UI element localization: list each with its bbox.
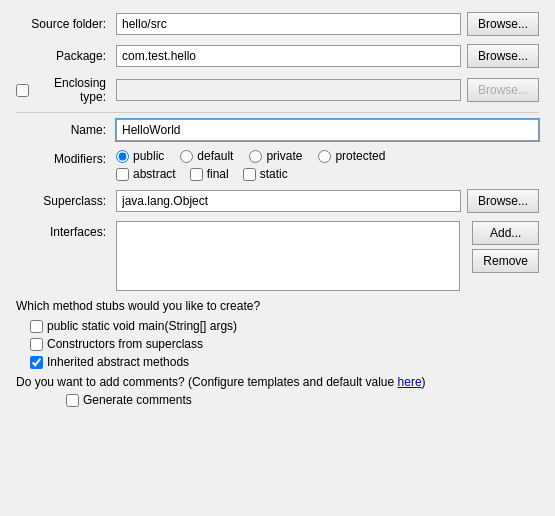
generate-comments-label[interactable]: Generate comments bbox=[66, 393, 539, 407]
generate-comments-checkbox[interactable] bbox=[66, 394, 79, 407]
interfaces-buttons: Add... Remove bbox=[472, 221, 539, 273]
interfaces-textarea[interactable] bbox=[116, 221, 460, 291]
stub-constructors-checkbox[interactable] bbox=[30, 338, 43, 351]
source-folder-label: Source folder: bbox=[16, 17, 116, 31]
static-label: static bbox=[260, 167, 288, 181]
enclosing-type-label-text: Enclosing type: bbox=[33, 76, 106, 104]
default-radio[interactable] bbox=[180, 150, 193, 163]
source-folder-browse-button[interactable]: Browse... bbox=[467, 12, 539, 36]
interfaces-remove-button[interactable]: Remove bbox=[472, 249, 539, 273]
modifiers-row: Modifiers: public default private bbox=[16, 149, 539, 181]
stub-inherited-text: Inherited abstract methods bbox=[47, 355, 189, 369]
name-input[interactable] bbox=[116, 119, 539, 141]
new-class-dialog: Source folder: Browse... Package: Browse… bbox=[0, 0, 555, 516]
name-label: Name: bbox=[16, 123, 116, 137]
generate-comments-row: Generate comments bbox=[66, 393, 539, 407]
stubs-question: Which method stubs would you like to cre… bbox=[16, 299, 539, 313]
comments-question: Do you want to add comments? (Configure … bbox=[16, 375, 398, 389]
abstract-label: abstract bbox=[133, 167, 176, 181]
public-label: public bbox=[133, 149, 164, 163]
package-field: Browse... bbox=[116, 44, 539, 68]
static-checkbox[interactable] bbox=[243, 168, 256, 181]
package-browse-button[interactable]: Browse... bbox=[467, 44, 539, 68]
visibility-radio-group: public default private protected bbox=[116, 149, 385, 163]
stub-inherited-label[interactable]: Inherited abstract methods bbox=[30, 355, 539, 369]
private-label: private bbox=[266, 149, 302, 163]
stub-main-label[interactable]: public static void main(String[] args) bbox=[30, 319, 539, 333]
enclosing-type-browse-button[interactable]: Browse... bbox=[467, 78, 539, 102]
comments-link-end: ) bbox=[422, 375, 426, 389]
interfaces-field: Add... Remove bbox=[116, 221, 539, 291]
enclosing-type-row: Enclosing type: Browse... bbox=[16, 76, 539, 104]
protected-label: protected bbox=[335, 149, 385, 163]
abstract-checkbox-label[interactable]: abstract bbox=[116, 167, 176, 181]
abstract-checkbox[interactable] bbox=[116, 168, 129, 181]
package-input[interactable] bbox=[116, 45, 461, 67]
enclosing-type-checkbox[interactable] bbox=[16, 84, 29, 97]
superclass-row: Superclass: Browse... bbox=[16, 189, 539, 213]
modifiers-field: public default private protected bbox=[116, 149, 539, 181]
enclosing-type-field: Browse... bbox=[116, 78, 539, 102]
superclass-browse-button[interactable]: Browse... bbox=[467, 189, 539, 213]
stub-main-checkbox[interactable] bbox=[30, 320, 43, 333]
comments-section: Do you want to add comments? (Configure … bbox=[16, 375, 539, 407]
enclosing-type-label: Enclosing type: bbox=[16, 76, 116, 104]
protected-radio[interactable] bbox=[318, 150, 331, 163]
source-folder-row: Source folder: Browse... bbox=[16, 12, 539, 36]
superclass-label: Superclass: bbox=[16, 194, 116, 208]
stub-constructors-text: Constructors from superclass bbox=[47, 337, 203, 351]
interfaces-row: Interfaces: Add... Remove bbox=[16, 221, 539, 291]
generate-comments-text: Generate comments bbox=[83, 393, 192, 407]
divider1 bbox=[16, 112, 539, 113]
package-label: Package: bbox=[16, 49, 116, 63]
protected-radio-label[interactable]: protected bbox=[318, 149, 385, 163]
interfaces-add-button[interactable]: Add... bbox=[472, 221, 539, 245]
superclass-input[interactable] bbox=[116, 190, 461, 212]
enclosing-type-input[interactable] bbox=[116, 79, 461, 101]
public-radio[interactable] bbox=[116, 150, 129, 163]
name-row: Name: bbox=[16, 119, 539, 141]
extra-modifiers-group: abstract final static bbox=[116, 167, 385, 181]
stub-inherited-checkbox[interactable] bbox=[30, 356, 43, 369]
interfaces-label: Interfaces: bbox=[16, 221, 116, 239]
stub-constructors-label[interactable]: Constructors from superclass bbox=[30, 337, 539, 351]
package-row: Package: Browse... bbox=[16, 44, 539, 68]
private-radio-label[interactable]: private bbox=[249, 149, 302, 163]
source-folder-field: Browse... bbox=[116, 12, 539, 36]
static-checkbox-label[interactable]: static bbox=[243, 167, 288, 181]
superclass-field: Browse... bbox=[116, 189, 539, 213]
stubs-section: public static void main(String[] args) C… bbox=[30, 319, 539, 369]
source-folder-input[interactable] bbox=[116, 13, 461, 35]
final-checkbox[interactable] bbox=[190, 168, 203, 181]
final-checkbox-label[interactable]: final bbox=[190, 167, 229, 181]
private-radio[interactable] bbox=[249, 150, 262, 163]
modifiers-options: public default private protected bbox=[116, 149, 385, 181]
name-field bbox=[116, 119, 539, 141]
stub-main-text: public static void main(String[] args) bbox=[47, 319, 237, 333]
default-radio-label[interactable]: default bbox=[180, 149, 233, 163]
final-label: final bbox=[207, 167, 229, 181]
modifiers-label: Modifiers: bbox=[16, 149, 116, 166]
public-radio-label[interactable]: public bbox=[116, 149, 164, 163]
comments-link[interactable]: here bbox=[398, 375, 422, 389]
default-label: default bbox=[197, 149, 233, 163]
